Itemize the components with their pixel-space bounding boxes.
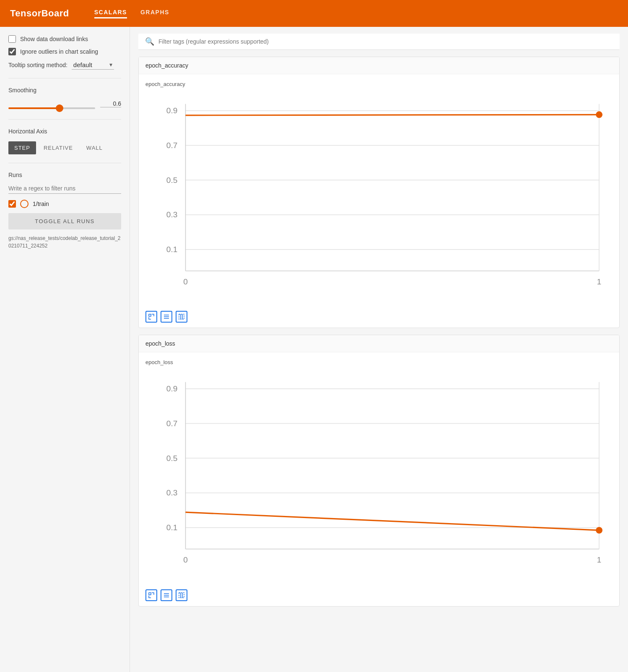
chart-inner-title-loss: epoch_loss <box>145 359 612 365</box>
svg-text:0.7: 0.7 <box>166 419 178 428</box>
run-checkbox-train[interactable] <box>8 200 16 208</box>
chart-body-loss: epoch_loss 0.9 0.7 0.5 0.3 0.1 <box>139 352 619 586</box>
run-label-train: 1/train <box>33 201 49 207</box>
horizontal-axis-label: Horizontal Axis <box>8 128 121 135</box>
svg-point-16 <box>596 111 602 118</box>
tooltip-sorting-row: Tooltip sorting method: default ascendin… <box>8 60 121 70</box>
tooltip-sorting-select[interactable]: default ascending descending nearest <box>72 60 114 70</box>
svg-text:0.5: 0.5 <box>166 454 178 463</box>
smoothing-value-input[interactable]: 0.6 <box>100 100 121 107</box>
nav-scalars[interactable]: SCALARS <box>94 9 127 18</box>
axis-relative-button[interactable]: RELATIVE <box>38 141 79 154</box>
axis-wall-button[interactable]: WALL <box>80 141 109 154</box>
svg-text:0.9: 0.9 <box>166 384 178 393</box>
expand-chart-icon-loss[interactable] <box>145 589 157 601</box>
svg-rect-41 <box>149 593 151 595</box>
accuracy-chart-svg: 0.9 0.7 0.5 0.3 0.1 <box>145 91 612 304</box>
filter-tags-input[interactable] <box>158 38 613 45</box>
chart-actions-accuracy <box>139 307 619 328</box>
sidebar: Show data download links Ignore outliers… <box>0 27 130 672</box>
chart-card-title-accuracy: epoch_accuracy <box>139 57 619 74</box>
app-logo: TensorBoard <box>10 8 69 19</box>
horizontal-axis-section: Horizontal Axis STEP RELATIVE WALL <box>8 128 121 163</box>
svg-rect-21 <box>179 314 184 319</box>
main-layout: Show data download links Ignore outliers… <box>0 27 628 672</box>
chart-body-accuracy: epoch_accuracy 0.9 0.7 0.5 0.3 0.1 <box>139 74 619 307</box>
run-color-circle <box>20 200 29 208</box>
axis-buttons: STEP RELATIVE WALL <box>8 141 121 154</box>
svg-text:0.3: 0.3 <box>166 210 178 219</box>
ignore-outliers-checkbox[interactable] <box>8 48 16 55</box>
main-content: 🔍 epoch_accuracy epoch_accuracy 0.9 0.7 … <box>130 27 628 672</box>
toggle-all-runs-button[interactable]: TOGGLE ALL RUNS <box>8 213 121 229</box>
svg-rect-17 <box>149 314 151 316</box>
list-icon-loss[interactable] <box>161 589 172 601</box>
svg-rect-45 <box>179 593 184 598</box>
show-download-label: Show data download links <box>20 36 88 42</box>
runs-label: Runs <box>8 172 121 178</box>
svg-text:1: 1 <box>597 555 602 564</box>
chart-card-epoch-accuracy: epoch_accuracy epoch_accuracy 0.9 0.7 0.… <box>138 57 620 328</box>
gs-path: gs://nas_release_tests/codelab_release_t… <box>8 234 121 250</box>
svg-text:1: 1 <box>597 277 602 286</box>
run-item: 1/train <box>8 200 121 208</box>
fit-icon-accuracy[interactable] <box>176 311 187 323</box>
slider-track <box>8 103 95 105</box>
smoothing-slider-row: 0.6 <box>8 100 121 107</box>
chart-card-epoch-loss: epoch_loss epoch_loss 0.9 0.7 0.5 0.3 <box>138 335 620 606</box>
ignore-outliers-row[interactable]: Ignore outliers in chart scaling <box>8 48 121 55</box>
chart-actions-loss <box>139 586 619 606</box>
chart-svg-wrap-loss: 0.9 0.7 0.5 0.3 0.1 0 <box>145 369 612 582</box>
display-options: Show data download links Ignore outliers… <box>8 35 121 78</box>
svg-text:0.3: 0.3 <box>166 489 178 497</box>
svg-text:0.5: 0.5 <box>166 176 178 185</box>
svg-text:0: 0 <box>183 277 188 286</box>
svg-line-15 <box>185 115 599 115</box>
svg-text:0.1: 0.1 <box>166 523 178 532</box>
smoothing-label: Smoothing <box>8 87 121 94</box>
chart-inner-title-accuracy: epoch_accuracy <box>145 81 612 87</box>
axis-step-button[interactable]: STEP <box>8 141 36 154</box>
header: TensorBoard SCALARS GRAPHS <box>0 0 628 27</box>
search-icon: 🔍 <box>145 37 154 46</box>
chart-svg-wrap-accuracy: 0.9 0.7 0.5 0.3 0.1 <box>145 91 612 304</box>
loss-chart-svg: 0.9 0.7 0.5 0.3 0.1 0 <box>145 369 612 582</box>
svg-point-40 <box>596 527 602 534</box>
expand-chart-icon-accuracy[interactable] <box>145 311 157 323</box>
filter-bar: 🔍 <box>138 34 620 50</box>
svg-text:0.7: 0.7 <box>166 141 178 150</box>
show-download-checkbox[interactable] <box>8 35 16 43</box>
ignore-outliers-label: Ignore outliers in chart scaling <box>20 48 98 55</box>
nav-graphs[interactable]: GRAPHS <box>140 9 169 18</box>
list-icon-accuracy[interactable] <box>161 311 172 323</box>
svg-text:0.1: 0.1 <box>166 245 178 254</box>
tooltip-sorting-label: Tooltip sorting method: <box>8 62 67 68</box>
smoothing-slider[interactable] <box>8 107 95 109</box>
runs-section: Runs 1/train TOGGLE ALL RUNS gs://nas_re… <box>8 172 121 258</box>
svg-text:0: 0 <box>183 555 188 564</box>
runs-filter-input[interactable] <box>8 183 121 194</box>
fit-icon-loss[interactable] <box>176 589 187 601</box>
main-nav: SCALARS GRAPHS <box>94 9 169 18</box>
smoothing-section: Smoothing 0.6 <box>8 87 121 120</box>
svg-text:0.9: 0.9 <box>166 106 178 115</box>
tooltip-select-wrapper: default ascending descending nearest <box>72 60 114 70</box>
show-download-row[interactable]: Show data download links <box>8 35 121 43</box>
chart-card-title-loss: epoch_loss <box>139 335 619 352</box>
